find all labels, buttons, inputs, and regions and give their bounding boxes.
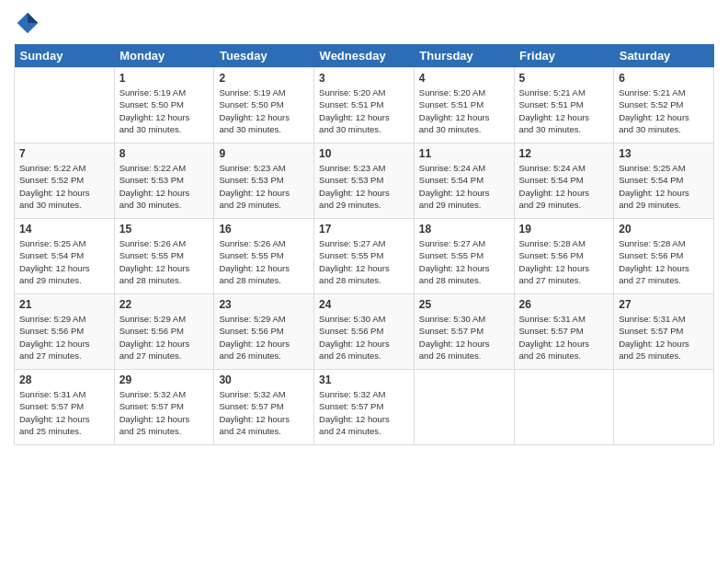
calendar-cell: 29Sunrise: 5:32 AM Sunset: 5:57 PM Dayli… [114, 370, 214, 445]
calendar-cell: 17Sunrise: 5:27 AM Sunset: 5:55 PM Dayli… [314, 219, 415, 294]
day-number: 21 [19, 298, 109, 311]
day-info: Sunrise: 5:27 AM Sunset: 5:55 PM Dayligh… [419, 237, 509, 286]
day-info: Sunrise: 5:19 AM Sunset: 5:50 PM Dayligh… [219, 86, 309, 135]
calendar-cell: 13Sunrise: 5:25 AM Sunset: 5:54 PM Dayli… [614, 144, 714, 219]
day-info: Sunrise: 5:29 AM Sunset: 5:56 PM Dayligh… [119, 313, 210, 362]
day-number: 16 [219, 223, 309, 236]
calendar-cell: 24Sunrise: 5:30 AM Sunset: 5:56 PM Dayli… [314, 294, 415, 370]
day-number: 27 [619, 298, 709, 311]
calendar-cell: 14Sunrise: 5:25 AM Sunset: 5:54 PM Dayli… [15, 219, 115, 294]
day-number: 23 [219, 298, 309, 311]
week-row-3: 14Sunrise: 5:25 AM Sunset: 5:54 PM Dayli… [15, 219, 714, 294]
day-info: Sunrise: 5:32 AM Sunset: 5:57 PM Dayligh… [319, 388, 409, 437]
day-info: Sunrise: 5:20 AM Sunset: 5:51 PM Dayligh… [419, 86, 509, 135]
day-number: 13 [619, 147, 709, 160]
calendar-table: SundayMondayTuesdayWednesdayThursdayFrid… [14, 44, 714, 445]
day-number: 18 [419, 223, 509, 236]
day-info: Sunrise: 5:31 AM Sunset: 5:57 PM Dayligh… [519, 313, 609, 362]
day-info: Sunrise: 5:20 AM Sunset: 5:51 PM Dayligh… [319, 86, 409, 135]
logo [14, 9, 45, 37]
calendar-cell: 18Sunrise: 5:27 AM Sunset: 5:55 PM Dayli… [414, 219, 514, 294]
calendar-cell [414, 370, 514, 445]
day-info: Sunrise: 5:22 AM Sunset: 5:52 PM Dayligh… [19, 162, 109, 211]
calendar-cell [614, 370, 714, 445]
day-info: Sunrise: 5:26 AM Sunset: 5:55 PM Dayligh… [219, 237, 309, 286]
header-day-tuesday: Tuesday [214, 44, 314, 68]
day-number: 2 [219, 72, 309, 85]
day-info: Sunrise: 5:30 AM Sunset: 5:57 PM Dayligh… [419, 313, 509, 362]
day-number: 6 [619, 72, 709, 85]
day-number: 11 [419, 147, 509, 160]
day-info: Sunrise: 5:23 AM Sunset: 5:53 PM Dayligh… [319, 162, 409, 211]
day-number: 5 [519, 72, 609, 85]
day-number: 7 [19, 147, 109, 160]
calendar-cell: 22Sunrise: 5:29 AM Sunset: 5:56 PM Dayli… [114, 294, 214, 370]
day-info: Sunrise: 5:25 AM Sunset: 5:54 PM Dayligh… [19, 237, 109, 286]
day-info: Sunrise: 5:22 AM Sunset: 5:53 PM Dayligh… [119, 162, 210, 211]
calendar-cell: 9Sunrise: 5:23 AM Sunset: 5:53 PM Daylig… [214, 144, 314, 219]
day-info: Sunrise: 5:29 AM Sunset: 5:56 PM Dayligh… [219, 313, 309, 362]
calendar-cell: 21Sunrise: 5:29 AM Sunset: 5:56 PM Dayli… [15, 294, 115, 370]
calendar-cell: 8Sunrise: 5:22 AM Sunset: 5:53 PM Daylig… [114, 144, 214, 219]
svg-marker-1 [28, 13, 38, 23]
day-info: Sunrise: 5:24 AM Sunset: 5:54 PM Dayligh… [419, 162, 509, 211]
calendar-cell: 25Sunrise: 5:30 AM Sunset: 5:57 PM Dayli… [414, 294, 514, 370]
page-container: SundayMondayTuesdayWednesdayThursdayFrid… [0, 0, 728, 454]
calendar-cell: 2Sunrise: 5:19 AM Sunset: 5:50 PM Daylig… [214, 68, 314, 144]
day-info: Sunrise: 5:31 AM Sunset: 5:57 PM Dayligh… [619, 313, 709, 362]
calendar-cell: 6Sunrise: 5:21 AM Sunset: 5:52 PM Daylig… [614, 68, 714, 144]
day-number: 25 [419, 298, 509, 311]
day-number: 1 [119, 72, 210, 85]
week-row-5: 28Sunrise: 5:31 AM Sunset: 5:57 PM Dayli… [15, 370, 714, 445]
calendar-cell: 31Sunrise: 5:32 AM Sunset: 5:57 PM Dayli… [314, 370, 415, 445]
week-row-1: 1Sunrise: 5:19 AM Sunset: 5:50 PM Daylig… [15, 68, 714, 144]
calendar-cell: 15Sunrise: 5:26 AM Sunset: 5:55 PM Dayli… [114, 219, 214, 294]
calendar-cell: 11Sunrise: 5:24 AM Sunset: 5:54 PM Dayli… [414, 144, 514, 219]
calendar-cell: 3Sunrise: 5:20 AM Sunset: 5:51 PM Daylig… [314, 68, 415, 144]
day-number: 19 [519, 223, 609, 236]
calendar-cell: 7Sunrise: 5:22 AM Sunset: 5:52 PM Daylig… [15, 144, 115, 219]
calendar-cell [15, 68, 115, 144]
page-header [14, 9, 714, 37]
header-day-friday: Friday [514, 44, 614, 68]
day-number: 8 [119, 147, 210, 160]
day-number: 29 [119, 373, 210, 386]
header-day-sunday: Sunday [15, 44, 115, 68]
day-info: Sunrise: 5:21 AM Sunset: 5:52 PM Dayligh… [619, 86, 709, 135]
day-number: 4 [419, 72, 509, 85]
header-day-saturday: Saturday [614, 44, 714, 68]
calendar-cell: 16Sunrise: 5:26 AM Sunset: 5:55 PM Dayli… [214, 219, 314, 294]
calendar-header: SundayMondayTuesdayWednesdayThursdayFrid… [15, 44, 714, 68]
header-day-monday: Monday [114, 44, 214, 68]
calendar-cell: 27Sunrise: 5:31 AM Sunset: 5:57 PM Dayli… [614, 294, 714, 370]
header-row: SundayMondayTuesdayWednesdayThursdayFrid… [15, 44, 714, 68]
day-info: Sunrise: 5:23 AM Sunset: 5:53 PM Dayligh… [219, 162, 309, 211]
calendar-cell: 20Sunrise: 5:28 AM Sunset: 5:56 PM Dayli… [614, 219, 714, 294]
day-info: Sunrise: 5:27 AM Sunset: 5:55 PM Dayligh… [319, 237, 409, 286]
calendar-cell: 4Sunrise: 5:20 AM Sunset: 5:51 PM Daylig… [414, 68, 514, 144]
day-info: Sunrise: 5:31 AM Sunset: 5:57 PM Dayligh… [19, 388, 109, 437]
day-number: 12 [519, 147, 609, 160]
calendar-cell: 1Sunrise: 5:19 AM Sunset: 5:50 PM Daylig… [114, 68, 214, 144]
calendar-cell: 5Sunrise: 5:21 AM Sunset: 5:51 PM Daylig… [514, 68, 614, 144]
day-number: 17 [319, 223, 409, 236]
day-number: 24 [319, 298, 409, 311]
calendar-cell [514, 370, 614, 445]
calendar-cell: 30Sunrise: 5:32 AM Sunset: 5:57 PM Dayli… [214, 370, 314, 445]
day-info: Sunrise: 5:24 AM Sunset: 5:54 PM Dayligh… [519, 162, 609, 211]
calendar-body: 1Sunrise: 5:19 AM Sunset: 5:50 PM Daylig… [15, 68, 714, 445]
day-number: 20 [619, 223, 709, 236]
day-number: 28 [19, 373, 109, 386]
day-info: Sunrise: 5:32 AM Sunset: 5:57 PM Dayligh… [219, 388, 309, 437]
week-row-2: 7Sunrise: 5:22 AM Sunset: 5:52 PM Daylig… [15, 144, 714, 219]
day-info: Sunrise: 5:28 AM Sunset: 5:56 PM Dayligh… [519, 237, 609, 286]
calendar-cell: 26Sunrise: 5:31 AM Sunset: 5:57 PM Dayli… [514, 294, 614, 370]
day-number: 15 [119, 223, 210, 236]
day-number: 3 [319, 72, 409, 85]
day-number: 30 [219, 373, 309, 386]
header-day-wednesday: Wednesday [314, 44, 415, 68]
calendar-cell: 10Sunrise: 5:23 AM Sunset: 5:53 PM Dayli… [314, 144, 415, 219]
day-info: Sunrise: 5:25 AM Sunset: 5:54 PM Dayligh… [619, 162, 709, 211]
calendar-cell: 28Sunrise: 5:31 AM Sunset: 5:57 PM Dayli… [15, 370, 115, 445]
day-info: Sunrise: 5:30 AM Sunset: 5:56 PM Dayligh… [319, 313, 409, 362]
